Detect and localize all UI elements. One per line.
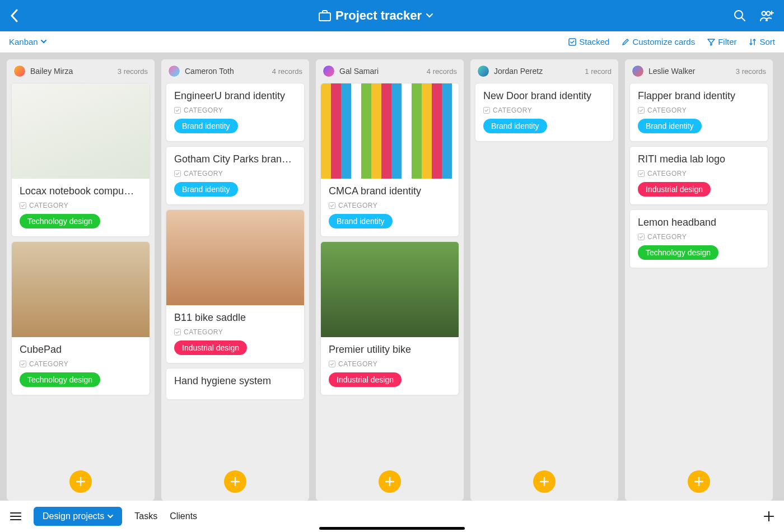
kanban-card[interactable]: Gotham City Parks bran…CATEGORYBrand ide… xyxy=(166,146,305,205)
category-tag: Industrial design xyxy=(638,182,711,197)
column-name: Gal Samari xyxy=(339,67,427,76)
kanban-card[interactable]: RITI media lab logoCATEGORYIndustrial de… xyxy=(629,146,768,205)
table-tab[interactable]: Tasks xyxy=(134,511,157,521)
card-image xyxy=(321,242,459,337)
svg-rect-10 xyxy=(329,203,335,209)
card-title: Locax notebook compu… xyxy=(20,185,142,197)
avatar xyxy=(13,65,26,77)
kanban-card[interactable]: Premier utility bikeCATEGORYIndustrial d… xyxy=(320,241,459,395)
svg-rect-8 xyxy=(175,171,181,177)
card-title: Premier utility bike xyxy=(329,344,451,356)
svg-rect-11 xyxy=(329,361,335,367)
column-cards: Locax notebook compu…CATEGORYTechnology … xyxy=(7,83,155,465)
record-count: 3 records xyxy=(118,67,148,76)
add-card-button[interactable] xyxy=(533,470,556,493)
avatar xyxy=(323,65,335,77)
category-tag: Brand identity xyxy=(174,119,238,133)
add-table-button[interactable] xyxy=(764,511,774,521)
add-card-button[interactable] xyxy=(69,470,92,493)
kanban-column: Jordan Peretz1 recordNew Door brand iden… xyxy=(470,59,618,501)
kanban-card[interactable]: EngineerU brand identityCATEGORYBrand id… xyxy=(166,83,305,142)
column-header[interactable]: Gal Samari4 records xyxy=(316,59,464,83)
kanban-card[interactable]: Locax notebook compu…CATEGORYTechnology … xyxy=(11,83,150,237)
top-bar: Project tracker xyxy=(0,0,784,31)
category-tag: Brand identity xyxy=(638,119,702,133)
customize-cards-button[interactable]: Customize cards xyxy=(622,37,695,46)
stacked-toggle[interactable]: Stacked xyxy=(568,37,609,46)
kanban-card[interactable]: CMCA brand identityCATEGORYBrand identit… xyxy=(320,83,459,237)
add-card-button[interactable] xyxy=(688,470,710,493)
category-label: CATEGORY xyxy=(174,328,296,336)
column-header[interactable]: Cameron Toth4 records xyxy=(161,59,309,83)
column-header[interactable]: Jordan Peretz1 record xyxy=(470,59,618,83)
kanban-column: Leslie Walker3 recordsFlapper brand iden… xyxy=(625,59,773,501)
sort-button[interactable]: Sort xyxy=(749,37,775,46)
briefcase-icon xyxy=(319,10,331,21)
chevron-down-icon xyxy=(108,515,113,519)
column-cards: Flapper brand identityCATEGORYBrand iden… xyxy=(625,83,773,465)
column-cards: EngineerU brand identityCATEGORYBrand id… xyxy=(161,83,309,465)
table-tab[interactable]: Clients xyxy=(170,511,197,521)
home-indicator xyxy=(319,527,465,530)
svg-rect-15 xyxy=(638,234,645,240)
column-name: Jordan Peretz xyxy=(494,67,585,76)
column-header[interactable]: Leslie Walker3 records xyxy=(625,59,773,83)
avatar xyxy=(477,65,489,77)
search-button[interactable] xyxy=(734,10,746,22)
back-button[interactable] xyxy=(10,9,18,22)
kanban-card[interactable]: Lemon headbandCATEGORYTechnology design xyxy=(629,209,768,268)
card-title: Hand hygiene system xyxy=(174,375,296,387)
category-tag: Technology design xyxy=(638,245,718,260)
svg-rect-7 xyxy=(175,108,181,114)
table-switcher-active[interactable]: Design projects xyxy=(34,507,122,526)
record-count: 1 record xyxy=(585,67,612,76)
filter-button[interactable]: Filter xyxy=(707,37,736,46)
svg-rect-0 xyxy=(319,13,330,21)
kanban-column: Bailey Mirza3 recordsLocax notebook comp… xyxy=(7,59,155,501)
column-cards: New Door brand identityCATEGORYBrand ide… xyxy=(470,83,618,465)
card-title: Flapper brand identity xyxy=(638,90,760,102)
kanban-card[interactable]: B11 bike saddleCATEGORYIndustrial design xyxy=(166,209,305,363)
kanban-card[interactable]: Flapper brand identityCATEGORYBrand iden… xyxy=(629,83,768,142)
svg-point-2 xyxy=(762,12,766,16)
kanban-card[interactable]: CubePadCATEGORYTechnology design xyxy=(11,241,150,395)
pencil-icon xyxy=(622,38,629,46)
category-label: CATEGORY xyxy=(638,106,760,114)
svg-rect-12 xyxy=(484,108,490,114)
category-label: CATEGORY xyxy=(20,360,142,368)
app-title: Project tracker xyxy=(335,8,422,23)
avatar xyxy=(168,65,180,77)
menu-button[interactable] xyxy=(10,512,21,521)
record-count: 4 records xyxy=(272,67,302,76)
column-cards: CMCA brand identityCATEGORYBrand identit… xyxy=(316,83,464,465)
add-card-button[interactable] xyxy=(224,470,246,493)
view-toolbar: Kanban Stacked Customize cards Filter So… xyxy=(0,31,784,53)
category-tag: Technology design xyxy=(20,372,100,387)
card-title: EngineerU brand identity xyxy=(174,90,296,102)
share-button[interactable] xyxy=(759,10,774,22)
avatar xyxy=(632,65,644,77)
category-label: CATEGORY xyxy=(20,202,142,209)
svg-rect-14 xyxy=(638,171,645,177)
add-card-button[interactable] xyxy=(379,470,401,493)
svg-rect-13 xyxy=(638,108,645,114)
kanban-board[interactable]: Bailey Mirza3 recordsLocax notebook comp… xyxy=(0,53,784,501)
view-switcher[interactable]: Kanban xyxy=(9,37,46,46)
category-tag: Brand identity xyxy=(483,119,547,133)
card-title: CubePad xyxy=(20,344,142,356)
column-name: Leslie Walker xyxy=(648,67,736,76)
card-title: RITI media lab logo xyxy=(638,153,760,165)
card-image xyxy=(12,242,150,337)
card-image xyxy=(12,83,150,179)
column-header[interactable]: Bailey Mirza3 records xyxy=(7,59,155,83)
kanban-card[interactable]: Hand hygiene system xyxy=(166,368,305,400)
category-tag: Technology design xyxy=(20,214,100,228)
kanban-card[interactable]: New Door brand identityCATEGORYBrand ide… xyxy=(475,83,614,142)
svg-rect-5 xyxy=(20,203,26,209)
category-tag: Industrial design xyxy=(174,340,247,355)
card-title: New Door brand identity xyxy=(483,90,605,102)
column-name: Bailey Mirza xyxy=(30,67,118,76)
stacked-icon xyxy=(568,38,576,46)
app-title-button[interactable]: Project tracker xyxy=(319,8,433,23)
card-title: CMCA brand identity xyxy=(329,185,451,197)
